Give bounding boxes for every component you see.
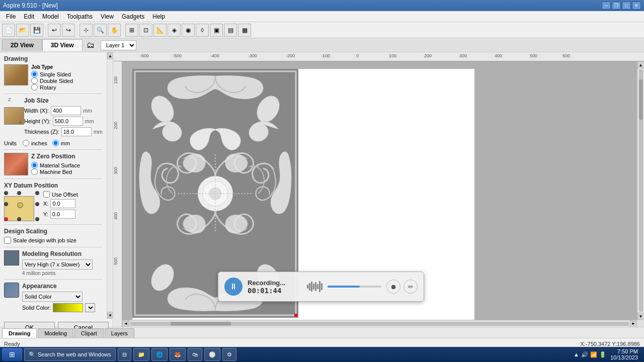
taskbar-chrome[interactable]: ⚪: [204, 348, 220, 361]
v-scroll-up[interactable]: ▲: [637, 61, 645, 68]
use-offset-checkbox[interactable]: [43, 191, 50, 198]
recording-progress-bar[interactable]: [328, 286, 382, 288]
recording-pen-button[interactable]: ✏: [404, 280, 418, 294]
tab-layers[interactable]: Layers: [105, 328, 134, 338]
color-swatch-dropdown[interactable]: ▼: [85, 303, 95, 312]
datum-pt-tc[interactable]: [17, 191, 21, 195]
color-type-dropdown[interactable]: Solid Color Material: [22, 292, 83, 302]
battery-icon[interactable]: 🔋: [599, 351, 606, 358]
menu-help[interactable]: Help: [148, 12, 169, 21]
menu-file[interactable]: File: [2, 12, 20, 21]
taskbar-store[interactable]: 🛍: [188, 348, 202, 361]
toolbar-3d5[interactable]: ▤: [224, 24, 237, 37]
menu-edit[interactable]: Edit: [20, 12, 38, 21]
toolbar-redo[interactable]: ↪: [62, 24, 75, 37]
radio-single-sided-input[interactable]: [31, 71, 38, 77]
menu-gadgets[interactable]: Gadgets: [118, 12, 148, 21]
toolbar-zoom[interactable]: 🔍: [94, 24, 107, 37]
recording-camera-button[interactable]: ⏺: [386, 280, 400, 294]
modeling-res-dropdown[interactable]: Very High (7 x Slower) High (3x Slower) …: [22, 259, 93, 269]
toolbar-3d4[interactable]: ▣: [210, 24, 223, 37]
tab-clipart[interactable]: Clipart: [74, 328, 104, 338]
start-button[interactable]: ⊞: [2, 348, 22, 361]
radio-rotary-input[interactable]: [31, 84, 38, 90]
minimize-button[interactable]: ─: [602, 2, 611, 10]
taskbar-task-view[interactable]: ⊟: [118, 348, 131, 361]
ok-button[interactable]: OK: [4, 322, 55, 329]
radio-rotary[interactable]: Rotary: [31, 84, 73, 90]
scroll-down-btn[interactable]: ▼: [107, 312, 113, 319]
datum-pt-bl[interactable]: [4, 217, 8, 221]
y-input[interactable]: [50, 210, 75, 219]
toolbar-grid[interactable]: ⊞: [125, 24, 138, 37]
toolbar-new[interactable]: 📄: [2, 24, 15, 37]
h-scroll-right[interactable]: ►: [630, 320, 637, 327]
units-inches-row[interactable]: inches: [23, 140, 47, 146]
tab-drawing[interactable]: Drawing: [2, 328, 37, 338]
menu-view[interactable]: View: [97, 12, 118, 21]
layer-dropdown[interactable]: Layer 1: [101, 40, 136, 50]
radio-double-sided[interactable]: Double Sided: [31, 77, 73, 84]
taskbar-edge[interactable]: 🌐: [151, 348, 168, 361]
units-mm-input[interactable]: [52, 140, 59, 146]
radio-material-surface[interactable]: Material Surface: [31, 162, 80, 168]
restore-button[interactable]: ❐: [612, 2, 621, 10]
h-scroll-left[interactable]: ◄: [122, 320, 129, 327]
search-bar[interactable]: 🔍 Search the web and Windows: [24, 348, 116, 361]
menu-toolpaths[interactable]: Toolpaths: [63, 12, 97, 21]
radio-double-sided-input[interactable]: [31, 77, 38, 84]
canvas-viewport[interactable]: ◄ ► ▲ ▼ ⏸ Re: [122, 61, 644, 327]
width-input[interactable]: [51, 106, 81, 115]
close-button[interactable]: ✕: [632, 2, 641, 10]
units-mm-row[interactable]: mm: [52, 140, 70, 146]
taskbar-file-explorer[interactable]: 📁: [133, 348, 149, 361]
maximize-button[interactable]: □: [622, 2, 631, 10]
datum-pt-br[interactable]: [35, 217, 39, 221]
toolbar-3d3[interactable]: ◊: [196, 24, 209, 37]
radio-material-surface-input[interactable]: [31, 162, 38, 168]
radio-machine-bed-input[interactable]: [31, 168, 38, 175]
v-scroll-down[interactable]: ▼: [637, 313, 645, 320]
tab-2d[interactable]: 2D View: [2, 39, 42, 51]
color-swatch[interactable]: [53, 303, 83, 312]
menu-model[interactable]: Model: [38, 12, 63, 21]
toolbar-open[interactable]: 📂: [16, 24, 29, 37]
h-scroll-thumb[interactable]: [171, 322, 231, 326]
radio-machine-bed[interactable]: Machine Bed: [31, 168, 80, 175]
datum-pt-ml[interactable]: [4, 202, 8, 206]
cancel-button[interactable]: Cancel: [58, 322, 109, 329]
datum-pt-center-active[interactable]: [17, 202, 23, 208]
v-scroll-thumb[interactable]: [639, 79, 643, 120]
toolbar-undo[interactable]: ↩: [48, 24, 61, 37]
taskbar-clock[interactable]: 7:50 PM 10/13/2023: [610, 348, 642, 360]
taskbar-program[interactable]: ⚙: [222, 348, 236, 361]
taskbar-firefox[interactable]: 🦊: [170, 348, 186, 361]
toolbar-3d6[interactable]: ▦: [238, 24, 251, 37]
toolbar-pan[interactable]: ✋: [108, 24, 121, 37]
toolbar-3d2[interactable]: ◉: [182, 24, 195, 37]
h-scrollbar[interactable]: ◄ ►: [122, 320, 637, 327]
radio-single-sided[interactable]: Single Sided: [31, 71, 73, 77]
datum-pt-bc[interactable]: [17, 217, 21, 221]
v-scrollbar[interactable]: ▲ ▼: [637, 61, 644, 320]
scroll-up-btn[interactable]: ▲: [107, 52, 113, 59]
height-input[interactable]: [53, 117, 83, 126]
speaker-icon[interactable]: 🔊: [581, 351, 588, 358]
toolbar-measure[interactable]: 📐: [153, 24, 167, 37]
toolbar-snap[interactable]: ⊡: [139, 24, 152, 37]
x-input[interactable]: [50, 199, 75, 208]
recording-pause-button[interactable]: ⏸: [224, 278, 243, 296]
network-icon[interactable]: 📶: [590, 351, 597, 358]
toolbar-3d1[interactable]: ◈: [168, 24, 181, 37]
scale-design-checkbox[interactable]: [4, 237, 11, 244]
use-offset-row[interactable]: Use Offset: [43, 191, 78, 198]
thickness-input[interactable]: [61, 127, 92, 136]
datum-pt-mr[interactable]: [35, 202, 39, 206]
toolbar-select[interactable]: ⊹: [79, 24, 93, 37]
units-inches-input[interactable]: [23, 140, 29, 146]
toolbar-save[interactable]: 💾: [30, 24, 43, 37]
datum-pt-tl[interactable]: [4, 191, 8, 195]
tab-modeling[interactable]: Modeling: [38, 328, 73, 338]
tray-up-arrow[interactable]: ▲: [574, 351, 579, 357]
tab-3d[interactable]: 3D View: [42, 39, 83, 51]
